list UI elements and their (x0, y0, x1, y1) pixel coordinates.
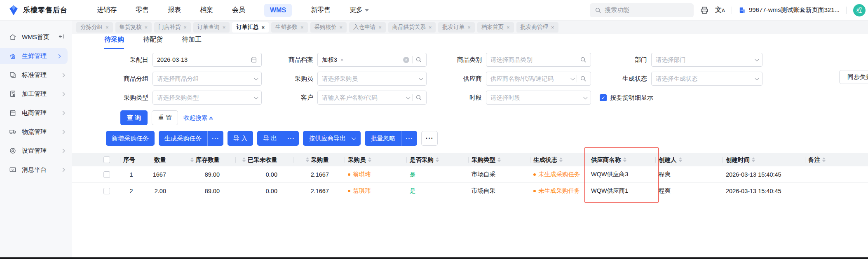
sort-icon[interactable] (497, 157, 501, 162)
tab-order-query[interactable]: 订单查询× (193, 22, 230, 33)
export-by-supplier-button[interactable]: 按供应商导出 (303, 131, 361, 146)
sidebar-item-fresh-mgmt[interactable]: 生鲜管理 (0, 48, 68, 64)
close-icon[interactable]: × (261, 24, 265, 30)
generate-purchase-task-button[interactable]: 生成采购任务 ··· (159, 131, 223, 146)
sidebar-item-message-platform[interactable]: 消息平台 (0, 161, 72, 178)
tab-collection-review[interactable]: 集货复核× (115, 22, 152, 33)
sort-icon[interactable] (190, 157, 194, 162)
more-options-icon[interactable]: ··· (283, 135, 299, 142)
tab-supply-relation[interactable]: 商品供货关系× (388, 22, 436, 33)
nav-item-wms[interactable]: WMS (264, 4, 292, 17)
global-search-input[interactable]: 搜索功能 (590, 3, 694, 17)
close-icon[interactable]: × (378, 24, 382, 30)
nav-item-new-retail[interactable]: 新零售 (311, 6, 331, 14)
row-select-cell[interactable] (72, 166, 120, 182)
query-button[interactable]: 查 询 (120, 110, 148, 125)
header-purchase-qty[interactable]: 采购量 (293, 153, 345, 166)
account-entry[interactable]: 99677-wms测试账套新页面321... (739, 6, 840, 14)
tab-wholesale-order[interactable]: 批发订单× (438, 22, 475, 33)
sort-icon[interactable] (436, 157, 439, 162)
row-select-cell[interactable] (72, 183, 120, 199)
header-gen-status[interactable]: 生成状态 (530, 153, 588, 166)
nav-item-archive[interactable]: 档案 (200, 6, 213, 14)
department-select[interactable]: 请选择部门 (651, 53, 762, 67)
avatar[interactable]: 程 (853, 4, 866, 16)
gen-status-select[interactable]: 请选择生成状态 (651, 72, 762, 86)
header-purchased-unreceived[interactable]: 已采未收量 (235, 153, 293, 166)
reset-button[interactable]: 重 置 (152, 110, 178, 125)
sidebar-item-processing-mgmt[interactable]: 加工管理 (0, 86, 72, 102)
nav-item-retail[interactable]: 零售 (136, 6, 149, 14)
close-icon[interactable]: × (507, 24, 510, 30)
sort-icon[interactable] (822, 157, 826, 162)
tab-order-summary[interactable]: 订单汇总× (232, 22, 269, 33)
batch-ignore-button[interactable]: 批量忽略 ··· (365, 131, 417, 146)
header-creator[interactable]: 创建人 (655, 153, 723, 166)
close-icon[interactable]: × (300, 24, 304, 30)
sidebar-item-standard-mgmt[interactable]: 标准管理 (0, 67, 72, 83)
tab-purchase-pricing[interactable]: 采购核价× (310, 22, 347, 33)
tab-wholesaler-mgmt[interactable]: 批发商管理× (516, 22, 558, 33)
sync-fail-button[interactable]: 同步失败 (839, 70, 868, 84)
header-purchase-type[interactable]: 采购类型 (468, 153, 530, 166)
tag-close-icon[interactable]: × (340, 57, 344, 63)
import-button[interactable]: 导 入 (228, 131, 253, 146)
sort-icon[interactable] (306, 157, 309, 162)
sidebar-item-label: 加工管理 (22, 90, 47, 98)
tab-warehouse-entry[interactable]: 入仓申请× (349, 22, 386, 33)
collapse-search-link[interactable]: 收起搜索 (183, 114, 213, 122)
toolbar-overflow-button[interactable]: ··· (421, 131, 438, 146)
subtab-to-allocate[interactable]: 待配货 (143, 35, 163, 49)
close-icon[interactable]: × (429, 24, 432, 30)
checkbox-icon[interactable] (103, 171, 110, 178)
detail-display-checkbox[interactable]: ✓ 按要货明细显示 (600, 94, 653, 102)
nav-item-inventory[interactable]: 进销存 (97, 6, 117, 14)
sort-icon[interactable] (368, 157, 371, 162)
tab-fresh-params[interactable]: 生鲜参数× (271, 22, 308, 33)
more-options-icon[interactable]: ··· (401, 135, 417, 142)
close-icon[interactable]: × (551, 24, 554, 30)
sidebar-item-wms-home[interactable]: WMS首页 (0, 29, 72, 45)
header-supplier-name[interactable]: 供应商名称 (588, 153, 655, 166)
nav-item-reports[interactable]: 报表 (168, 6, 181, 14)
chevron-right-icon (61, 149, 65, 153)
checkbox-icon[interactable] (103, 188, 110, 194)
tab-archive-home[interactable]: 档案首页× (477, 22, 514, 33)
language-translate-icon[interactable]: 文A (715, 6, 725, 14)
period-select[interactable]: 请选择时段 (486, 91, 591, 105)
checkbox-icon[interactable] (103, 156, 110, 163)
sort-icon[interactable] (679, 157, 682, 162)
header-created-at[interactable]: 创建时间 (723, 153, 805, 166)
close-icon[interactable]: × (223, 24, 226, 30)
subtab-to-purchase[interactable]: 待采购 (104, 35, 124, 49)
header-remark[interactable]: 备注 (805, 153, 868, 166)
sidebar-item-ecommerce-mgmt[interactable]: 电商管理 (0, 105, 72, 121)
header-select-all[interactable] (72, 153, 120, 166)
nav-item-more[interactable]: 更多 (350, 6, 369, 14)
header-stock-qty[interactable]: 库存数量 (182, 153, 235, 166)
close-icon[interactable]: × (106, 24, 109, 30)
sort-icon[interactable] (559, 157, 563, 162)
export-button[interactable]: 导 出 ··· (257, 131, 299, 146)
sidebar-item-settings-mgmt[interactable]: 设置管理 (0, 142, 72, 159)
sort-icon[interactable] (242, 157, 246, 162)
sort-icon[interactable] (623, 157, 626, 162)
nav-item-members[interactable]: 会员 (232, 6, 245, 14)
checkbox-checked-icon[interactable]: ✓ (600, 94, 607, 101)
tab-store-replenish[interactable]: 门店补货× (154, 22, 191, 33)
storefront-icon (9, 109, 16, 117)
subtab-to-process[interactable]: 待加工 (182, 35, 202, 49)
sort-icon[interactable] (752, 157, 755, 162)
close-icon[interactable]: × (145, 24, 148, 30)
close-icon[interactable]: × (340, 24, 343, 30)
add-purchase-task-button[interactable]: 新增采购任务 (106, 131, 155, 146)
sidebar-collapse-icon[interactable] (58, 33, 64, 41)
header-is-purchase[interactable]: 是否采购 (406, 153, 468, 166)
sidebar-item-logistics-mgmt[interactable]: 物流管理 (0, 124, 72, 140)
tab-sorting-group[interactable]: 分拣分组× (76, 22, 113, 33)
printer-icon[interactable] (700, 6, 708, 14)
close-icon[interactable]: × (467, 24, 471, 30)
header-buyer[interactable]: 采购员 (345, 153, 406, 166)
close-icon[interactable]: × (183, 24, 187, 30)
more-options-icon[interactable]: ··· (208, 135, 223, 142)
